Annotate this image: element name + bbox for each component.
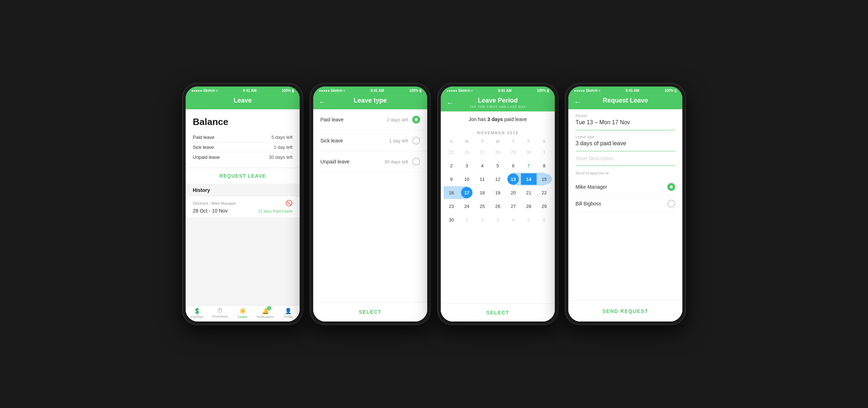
unpaid-leave-type-days: 30 days left (384, 159, 408, 164)
status-bar-3: ●●●●● Sketch ≈ 9:41 AM 100% ▮ (441, 87, 555, 94)
profile-icon: 👤 (285, 308, 292, 314)
page-title-2: Leave type (319, 97, 422, 104)
cal-cell: 1 (537, 146, 552, 158)
status-bar-1: ●●●●● Sketch ≈ 9:41 AM 100% ▮ (186, 87, 300, 94)
approver-mike-radio[interactable] (667, 183, 675, 191)
cal-week-2: 2 3 4 5 6 7 8 (444, 159, 552, 172)
cal-cell: 30 (521, 146, 536, 158)
page-title-1: Leave (191, 97, 294, 104)
notification-badge: 1 (267, 306, 271, 310)
balance-section: Balance Paid leave 5 days left Sick leav… (186, 109, 300, 168)
leave-type-form-value: 3 days of paid leave (575, 140, 675, 147)
header-3: ← Leave Period TAP THE FIRST AND LAST DA… (441, 94, 555, 111)
back-button-4[interactable]: ← (574, 98, 581, 106)
cal-week-3: 9 10 11 12 13 14 15 (444, 173, 552, 185)
profile-label: Profile (284, 315, 293, 319)
history-card[interactable]: Declined - Mike Manager 🚫 28 Oct - 10 No… (186, 196, 300, 218)
signal-4: ●●●●● Sketch ≈ (574, 89, 600, 93)
declined-icon: 🚫 (285, 200, 293, 206)
cal-cell: 28 (490, 146, 505, 158)
sick-leave-name: Sick leave (320, 138, 389, 143)
time-1: 9:41 AM (243, 89, 257, 93)
screen3-content: Jon has 3 days paid leave NOVEMBER 2016 … (441, 111, 555, 321)
tab-profile[interactable]: 👤 Profile (277, 308, 300, 319)
time-4: 9:41 AM (626, 89, 639, 93)
paid-leave-label: Paid leave (193, 135, 215, 140)
page-title-3: Leave Period (446, 97, 549, 104)
tab-bar-1: 💲 PaySlips ⏱ Timesheets ☀️ Leave 🔔 1 N (186, 305, 300, 321)
battery-2: 100% ▮ (409, 89, 422, 93)
battery-4: 100% ▮ (665, 89, 677, 93)
header-1: Leave (186, 94, 300, 109)
payslips-icon: 💲 (193, 308, 201, 314)
leave-type-list: Paid leave 2 days left Sick leave 1 day … (313, 109, 427, 172)
balance-row-paid: Paid leave 5 days left (193, 132, 293, 142)
cal-week-4: 16 17 18 19 20 21 22 (444, 186, 552, 199)
battery-1: 100% ▮ (282, 89, 294, 93)
battery-3: 100% ▮ (537, 89, 549, 93)
send-request-btn[interactable]: SEND REQUEST (603, 308, 648, 314)
paid-leave-radio[interactable] (412, 116, 420, 124)
status-bar-4: ●●●●● Sketch ≈ 9:41 AM 100% ▮ (568, 87, 682, 94)
payslips-label: PaySlips (191, 315, 203, 319)
history-section: History Declined - Mike Manager 🚫 28 Oct… (186, 184, 300, 218)
screen4-content: Period Tue 13 – Mon 17 Nov Leave type 3 … (568, 109, 682, 321)
page-title-4: Request Leave (574, 97, 677, 104)
header-2: ← Leave type (313, 94, 427, 109)
tab-timesheets[interactable]: ⏱ Timesheets (208, 308, 231, 319)
period-label: Period (575, 114, 675, 118)
cal-day-13[interactable]: 13 (507, 173, 519, 185)
calendar-subtitle: TAP THE FIRST AND LAST DAY (446, 105, 549, 109)
history-label: History (186, 184, 300, 196)
request-leave-button[interactable]: REQUEST LEAVE (186, 168, 300, 184)
select-btn-3[interactable]: SELECT (486, 310, 509, 315)
leave-type-unpaid[interactable]: Unpaid leave 30 days left (313, 151, 427, 172)
paid-leave-name: Paid leave (320, 117, 387, 122)
description-placeholder: Short Description (575, 156, 675, 161)
leave-label: Leave (238, 315, 247, 319)
notifications-label: Notifications (257, 315, 274, 319)
header-4: ← Request Leave (568, 94, 682, 109)
leave-type-sick[interactable]: Sick leave 1 day left (313, 130, 427, 151)
approver-bill-radio[interactable] (667, 200, 675, 208)
leave-type-paid[interactable]: Paid leave 2 days left (313, 109, 427, 130)
cal-day-17[interactable]: 17 (461, 187, 472, 198)
history-type: 12 days Paid Leave (258, 209, 293, 213)
signal-3: ●●●●● Sketch ≈ (446, 89, 473, 93)
leave-icon: ☀️ (239, 308, 246, 314)
timesheets-icon: ⏱ (217, 308, 223, 314)
approver-mike-name: Mike Manager (575, 184, 667, 190)
unpaid-leave-radio[interactable] (412, 158, 420, 166)
status-bar-2: ●●●●● Sketch ≈ 9:41 AM 100% ▮ (313, 87, 427, 94)
sick-leave-radio[interactable] (412, 137, 420, 145)
signal-1: ●●●●● Sketch ≈ (191, 89, 218, 93)
cal-cell: 29 (506, 146, 521, 158)
phones-container: ●●●●● Sketch ≈ 9:41 AM 100% ▮ Leave Bala… (182, 83, 686, 325)
description-field[interactable]: Short Description (575, 151, 675, 166)
timesheets-label: Timesheets (212, 315, 228, 318)
approver-bill[interactable]: Bill Bigboss (575, 195, 675, 212)
cal-cell: 26 (459, 146, 474, 158)
signal-2: ●●●●● Sketch ≈ (319, 89, 345, 93)
request-form: Period Tue 13 – Mon 17 Nov Leave type 3 … (568, 109, 682, 166)
time-2: 9:41 AM (371, 89, 384, 93)
select-btn-2[interactable]: SELECT (359, 309, 382, 315)
unpaid-leave-name: Unpaid leave (320, 159, 384, 164)
notifications-icon: 🔔 1 (262, 308, 269, 314)
tab-payslips[interactable]: 💲 PaySlips (186, 308, 208, 319)
declined-text: Declined - Mike Manager (193, 201, 236, 205)
paid-leave-type-days: 2 days left (387, 117, 408, 122)
leave-type-form-label: Leave type (575, 135, 675, 139)
tab-notifications[interactable]: 🔔 1 Notifications (254, 308, 277, 319)
balance-row-sick: Sick leave 1 day left (193, 142, 293, 152)
phone-2-leave-type: ●●●●● Sketch ≈ 9:41 AM 100% ▮ ← Leave ty… (310, 83, 431, 325)
phone-1-leave-balance: ●●●●● Sketch ≈ 9:41 AM 100% ▮ Leave Bala… (182, 83, 303, 325)
approver-mike[interactable]: Mike Manager (575, 179, 675, 195)
tab-leave[interactable]: ☀️ Leave (231, 308, 254, 319)
calendar-info-text: Jon has 3 days paid leave (469, 116, 527, 122)
phone-4-request-leave: ●●●●● Sketch ≈ 9:41 AM 100% ▮ ← Request … (565, 83, 686, 325)
send-to-label: Send to approve to (575, 171, 675, 175)
back-button-2[interactable]: ← (319, 98, 326, 106)
sick-leave-type-days: 1 day left (389, 138, 408, 143)
sick-leave-label: Sick leave (193, 145, 214, 150)
